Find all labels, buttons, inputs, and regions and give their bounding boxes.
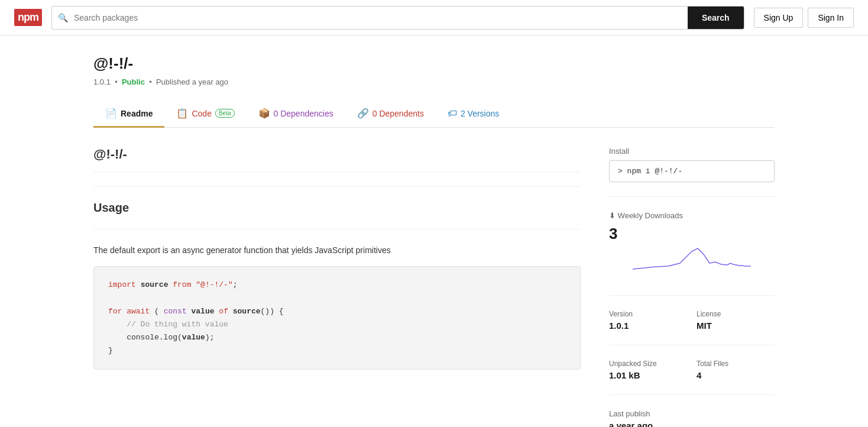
code-line-1: import source from "@!-!/-"; <box>108 279 566 292</box>
readme-content: @!-!/- Usage The default export is an as… <box>93 147 581 427</box>
tab-readme[interactable]: 📄 Readme <box>93 101 164 128</box>
npm-logo-text: npm <box>14 9 42 26</box>
tab-dependencies[interactable]: 📦 0 Dependencies <box>247 101 345 128</box>
install-command[interactable]: > npm i @!-!/- <box>609 160 775 182</box>
license-value: MIT <box>697 321 775 331</box>
total-files-value: 4 <box>697 370 775 380</box>
kw-of: of <box>219 307 228 316</box>
code-line-3: for await ( const value of source()) { <box>108 305 566 318</box>
package-title: @!-!/- <box>93 54 775 73</box>
downloads-chart <box>609 245 775 281</box>
signup-button[interactable]: Sign Up <box>754 8 804 28</box>
readme-description: The default export is an async generator… <box>93 244 581 257</box>
downloads-count: 3 <box>609 225 775 243</box>
code-block: import source from "@!-!/-"; for await (… <box>93 266 581 370</box>
search-button[interactable]: Search <box>688 6 744 30</box>
tab-dependents-label: 0 Dependents <box>373 109 424 118</box>
sidebar-install: Install > npm i @!-!/- <box>609 147 775 197</box>
tab-versions[interactable]: 🏷 2 Versions <box>436 101 511 128</box>
unpacked-size-value: 1.01 kB <box>609 370 687 380</box>
version-value: 1.0.1 <box>609 321 687 331</box>
code-line-6: } <box>108 344 566 357</box>
license-label: License <box>697 310 775 318</box>
sidebar-downloads: ⬇ Weekly Downloads 3 <box>609 211 775 296</box>
content-layout: @!-!/- Usage The default export is an as… <box>93 147 775 427</box>
sidebar: Install > npm i @!-!/- ⬇ Weekly Download… <box>609 147 775 427</box>
search-bar: 🔍 Search <box>51 6 744 30</box>
dependents-icon: 🔗 <box>357 108 369 119</box>
stats-grid-1: Version 1.0.1 License MIT <box>609 310 775 331</box>
npm-logo[interactable]: npm <box>14 9 42 26</box>
kw-from: from <box>173 280 191 289</box>
chart-line <box>633 248 751 269</box>
beta-badge: Beta <box>215 109 235 118</box>
package-version: 1.0.1 <box>93 77 111 86</box>
tab-dependencies-label: 0 Dependencies <box>274 109 333 118</box>
code-comment: // Do thing with value <box>108 320 228 329</box>
unpacked-size-label: Unpacked Size <box>609 360 687 368</box>
tab-code[interactable]: 📋 Code Beta <box>164 101 246 128</box>
auth-buttons: Sign Up Sign In <box>754 8 854 28</box>
kw-const: const <box>164 307 187 316</box>
last-publish-label: Last publish <box>609 409 775 418</box>
package-visibility: Public <box>122 77 145 86</box>
install-label: Install <box>609 147 775 156</box>
main-content: @!-!/- 1.0.1 • Public • Published a year… <box>79 35 789 427</box>
code-line-4: // Do thing with value <box>108 318 566 331</box>
chart-svg <box>609 245 775 275</box>
code-line-5: console.log(value); <box>108 331 566 344</box>
code-source-var: source <box>141 280 173 289</box>
downloads-label: ⬇ Weekly Downloads <box>609 211 775 220</box>
code-value-var: value <box>192 307 219 316</box>
code-icon: 📋 <box>176 108 188 119</box>
kw-import: import <box>108 280 136 289</box>
readme-icon: 📄 <box>105 108 117 119</box>
stat-total-files: Total Files 4 <box>697 360 775 380</box>
header: npm 🔍 Search Sign Up Sign In <box>0 0 868 35</box>
stats-grid-2: Unpacked Size 1.01 kB Total Files 4 <box>609 360 775 380</box>
versions-icon: 🏷 <box>448 108 457 119</box>
kw-for: for <box>108 307 122 316</box>
sidebar-version-license: Version 1.0.1 License MIT <box>609 310 775 345</box>
code-console: console.log(value); <box>108 333 214 342</box>
signin-button[interactable]: Sign In <box>808 8 854 28</box>
readme-divider-2 <box>93 229 581 229</box>
readme-section-usage: Usage <box>93 201 581 215</box>
str-module: "@!-!/-" <box>196 280 232 289</box>
search-input[interactable] <box>74 13 688 22</box>
deps-icon: 📦 <box>258 108 270 119</box>
package-meta: 1.0.1 • Public • Published a year ago <box>93 77 775 86</box>
kw-await: await <box>127 307 150 316</box>
tab-code-label: Code <box>192 109 211 118</box>
stat-license: License MIT <box>697 310 775 331</box>
code-blank <box>108 292 566 305</box>
readme-title: @!-!/- <box>93 147 581 172</box>
code-source-call: source()) { <box>233 307 284 316</box>
tab-dependents[interactable]: 🔗 0 Dependents <box>345 101 436 128</box>
package-tabs: 📄 Readme 📋 Code Beta 📦 0 Dependencies 🔗 … <box>93 101 775 128</box>
search-icon: 🔍 <box>52 13 74 22</box>
code-paren: ( <box>154 307 159 316</box>
stat-unpacked-size: Unpacked Size 1.01 kB <box>609 360 687 380</box>
readme-divider <box>93 186 581 187</box>
stat-version: Version 1.0.1 <box>609 310 687 331</box>
version-label: Version <box>609 310 687 318</box>
total-files-label: Total Files <box>697 360 775 368</box>
package-published: Published a year ago <box>156 77 228 86</box>
sidebar-size-files: Unpacked Size 1.01 kB Total Files 4 <box>609 360 775 395</box>
semicolon: ; <box>233 280 238 289</box>
tab-readme-label: Readme <box>121 109 153 118</box>
last-publish-value: a year ago <box>609 420 775 427</box>
tab-versions-label: 2 Versions <box>461 109 499 118</box>
sidebar-last-publish: Last publish a year ago <box>609 409 775 427</box>
